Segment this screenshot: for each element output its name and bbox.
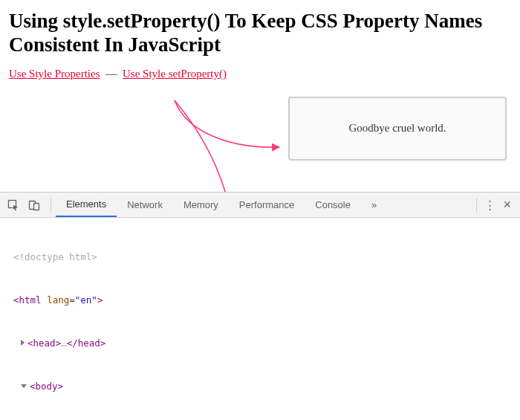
devtools-menu-icon[interactable]: ⋮ bbox=[484, 198, 495, 212]
dom-head[interactable]: <head>…</head> bbox=[0, 336, 520, 350]
svg-rect-2 bbox=[34, 203, 39, 210]
dom-html-open[interactable]: <html lang="en"> bbox=[0, 293, 520, 307]
tab-network[interactable]: Network bbox=[117, 193, 173, 217]
tabs-overflow[interactable]: » bbox=[361, 193, 387, 217]
dom-tree[interactable]: <!doctype html> <html lang="en"> <head>…… bbox=[0, 218, 520, 420]
demo-box-text: Goodbye cruel world. bbox=[348, 122, 446, 135]
tab-elements[interactable]: Elements bbox=[56, 193, 117, 217]
link-separator: — bbox=[105, 68, 117, 80]
tab-console[interactable]: Console bbox=[305, 193, 361, 217]
dom-doctype: <!doctype html> bbox=[13, 251, 97, 262]
inspect-icon[interactable] bbox=[4, 196, 22, 214]
devtools-tabbar: Elements Network Memory Performance Cons… bbox=[0, 193, 520, 218]
action-links: Use Style Properties — Use Style setProp… bbox=[9, 68, 511, 80]
devtools-close-icon[interactable]: × bbox=[503, 197, 511, 213]
page-title: Using style.setProperty() To Keep CSS Pr… bbox=[9, 9, 511, 57]
tab-performance[interactable]: Performance bbox=[229, 193, 305, 217]
use-style-properties-link[interactable]: Use Style Properties bbox=[9, 68, 100, 80]
tab-memory[interactable]: Memory bbox=[173, 193, 229, 217]
devtools-panel: Elements Network Memory Performance Cons… bbox=[0, 192, 520, 420]
use-style-setproperty-link[interactable]: Use Style setProperty() bbox=[123, 68, 227, 80]
demo-box: Goodbye cruel world. bbox=[288, 97, 507, 161]
device-toggle-icon[interactable] bbox=[25, 196, 43, 214]
dom-body-open[interactable]: <body> bbox=[0, 379, 520, 393]
